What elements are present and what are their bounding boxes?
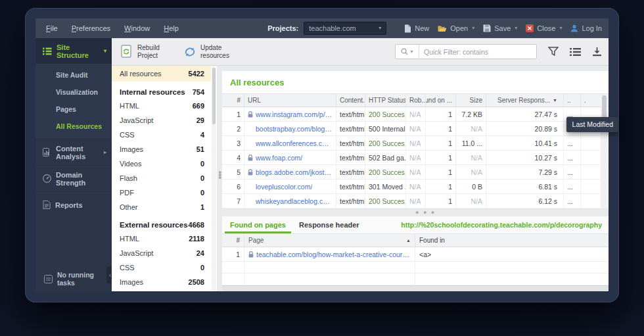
resource-type-row[interactable]: JavaScript 29 — [112, 113, 211, 128]
chevron-down-icon[interactable]: ▾ — [472, 26, 474, 31]
sidebar-item-domain-strength[interactable]: Domain Strength — [35, 165, 112, 191]
menu-file[interactable]: File — [46, 24, 58, 32]
rebuild-project-button[interactable]: Rebuild Project — [121, 44, 172, 59]
funnel-icon — [548, 47, 559, 57]
resource-type-row[interactable]: Other 1 — [112, 200, 211, 214]
col-header-url[interactable]: URL — [244, 94, 336, 107]
content-analysis-icon — [43, 148, 51, 156]
col-header-size[interactable]: Size — [456, 94, 486, 107]
table-row[interactable]: 1 www.instagram.com/p/BOZ8YB... text/htm… — [222, 107, 609, 122]
table-row[interactable]: 3 www.allconferences.com/ text/html 200 … — [222, 136, 609, 151]
url-link[interactable]: lovepluscolor.com/ — [256, 183, 312, 191]
page-link[interactable]: teachable.com/blog/how-market-a-creative… — [256, 251, 411, 258]
all-resources-filter[interactable]: All resources 5422 — [112, 66, 211, 82]
all-resources-table-card: All resources # URL Content... HTTP Stat… — [222, 71, 609, 208]
quick-filter: ▾ — [395, 44, 537, 59]
external-resources-header[interactable]: External resources 4668 — [112, 214, 211, 231]
save-button[interactable]: Save ▾ — [483, 24, 517, 32]
table-body: 1 www.instagram.com/p/BOZ8YB... text/htm… — [222, 107, 609, 208]
url-link[interactable]: www.foap.com/ — [256, 154, 302, 162]
table-row[interactable]: 5 blogs.adobe.com/jkost/2016/11/... text… — [222, 165, 609, 180]
url-link[interactable]: whiskeyandlaceblog.com/october-... — [256, 197, 333, 205]
table-row[interactable]: 6 lovepluscolor.com/ text/html 301 Moved… — [222, 180, 609, 194]
project-select[interactable]: teachable.com ▾ — [304, 22, 386, 35]
chevron-down-icon[interactable]: ▾ — [559, 26, 562, 31]
update-resources-button[interactable]: Update resources — [183, 44, 236, 59]
sidebar-item-all-resources[interactable]: All Resources — [35, 118, 112, 135]
horizontal-scrollbar[interactable] — [222, 285, 609, 291]
list-columns-icon — [570, 47, 581, 57]
tab-response-header[interactable]: Response header — [292, 216, 366, 233]
col-header-extra1[interactable]: .. — [564, 94, 581, 107]
table-row[interactable]: 2 bootstrapbay.com/blog/free-stock-... t… — [222, 122, 609, 136]
resource-type-row[interactable]: Flash 0 — [112, 171, 211, 185]
url-link[interactable]: www.allconferences.com/ — [256, 139, 333, 147]
col-header-page[interactable]: Page▲ — [244, 234, 415, 247]
selected-resource-url[interactable]: http://%20schoolofdecorating.teachable.c… — [401, 221, 602, 229]
sidebar-item-reports[interactable]: Reports — [35, 191, 112, 218]
resource-type-row[interactable]: JavaScript 24 — [112, 246, 211, 260]
resource-type-row[interactable]: Videos 0 — [112, 289, 211, 291]
search-icon — [401, 48, 408, 55]
site-structure-icon — [43, 47, 52, 55]
tab-found-on-pages[interactable]: Found on pages — [223, 216, 292, 233]
resources-scrollbar[interactable] — [212, 66, 216, 291]
table-row[interactable]: 7 whiskeyandlaceblog.com/october-... tex… — [222, 194, 609, 208]
project-select-value: teachable.com — [309, 24, 379, 32]
table-vertical-scrollbar[interactable] — [601, 94, 608, 208]
sidebar-item-content-analysis[interactable]: Content Analysis ▸ — [35, 139, 112, 165]
save-floppy-icon — [483, 24, 491, 32]
menu-help[interactable]: Help — [164, 24, 179, 32]
col-header-num[interactable]: # — [222, 94, 244, 107]
col-header-num[interactable]: # — [222, 234, 244, 247]
col-header-found-on[interactable]: Found on ... — [426, 94, 456, 107]
sidebar-item-pages[interactable]: Pages — [35, 101, 112, 118]
resource-type-row[interactable]: PDF 0 — [112, 185, 211, 200]
filter-settings-button[interactable] — [548, 47, 559, 57]
app-window: File Preferences Window Help Projects: t… — [25, 8, 619, 302]
table-title: All resources — [222, 71, 609, 93]
panel-splitter[interactable]: ●●● — [217, 66, 222, 291]
sidebar-item-visualization[interactable]: Visualization — [35, 84, 112, 101]
chevron-down-icon: ▾ — [410, 49, 413, 55]
quick-filter-input[interactable] — [419, 48, 536, 56]
lock-icon — [248, 251, 254, 258]
menu-preferences[interactable]: Preferences — [72, 24, 110, 32]
url-link[interactable]: bootstrapbay.com/blog/free-stock-... — [256, 125, 333, 133]
login-button[interactable]: Log In — [570, 24, 602, 32]
col-header-found-in[interactable]: Found in — [415, 234, 609, 247]
col-header-content-type[interactable]: Content... — [336, 94, 365, 107]
resource-type-row[interactable]: Videos 0 — [112, 156, 211, 171]
col-header-http-status[interactable]: HTTP Status ... — [365, 94, 406, 107]
sidebar-item-site-audit[interactable]: Site Audit — [35, 66, 112, 84]
search-mode-dropdown[interactable]: ▾ — [396, 45, 419, 59]
close-button[interactable]: Close ▾ — [526, 24, 562, 32]
rebuild-project-icon — [121, 45, 133, 59]
column-settings-button[interactable] — [570, 47, 581, 57]
resource-type-row[interactable]: Images 51 — [112, 142, 211, 156]
internal-resources-header[interactable]: Internal resources 754 — [112, 82, 211, 99]
export-button[interactable] — [592, 47, 602, 57]
resources-summary-panel: All resources 5422 Internal resources 75… — [112, 66, 217, 291]
sidebar-item-site-structure[interactable]: Site Structure ▾ — [35, 38, 112, 64]
open-button[interactable]: Open ▾ — [438, 24, 474, 32]
resource-type-row[interactable]: CSS 4 — [112, 128, 211, 142]
horizontal-splitter[interactable]: ● ● ● — [222, 208, 609, 216]
resource-type-row[interactable]: CSS 0 — [112, 260, 211, 275]
details-row[interactable]: 1 teachable.com/blog/how-market-a-creati… — [222, 247, 609, 262]
url-link[interactable]: www.instagram.com/p/BOZ8YB... — [256, 110, 333, 118]
table-row[interactable]: 4 www.foap.com/ text/html 502 Bad ga... … — [222, 151, 609, 165]
url-link[interactable]: blogs.adobe.com/jkost/2016/11/... — [256, 168, 333, 176]
new-button[interactable]: New — [404, 24, 429, 33]
empty-row — [222, 274, 609, 285]
resource-type-row[interactable]: HTML 669 — [112, 99, 211, 113]
chevron-down-icon[interactable]: ▾ — [515, 26, 517, 31]
col-header-robots[interactable]: Rob... — [406, 94, 426, 107]
resource-type-row[interactable]: HTML 2118 — [112, 231, 211, 246]
resource-type-row[interactable]: Images 2508 — [112, 275, 211, 289]
chevron-down-icon: ▾ — [379, 26, 381, 31]
menu-bar: File Preferences Window Help Projects: t… — [35, 18, 609, 38]
menu-window[interactable]: Window — [124, 24, 150, 32]
col-header-server-response[interactable]: Server Respons...▼ — [486, 94, 564, 107]
lock-icon — [248, 155, 253, 161]
